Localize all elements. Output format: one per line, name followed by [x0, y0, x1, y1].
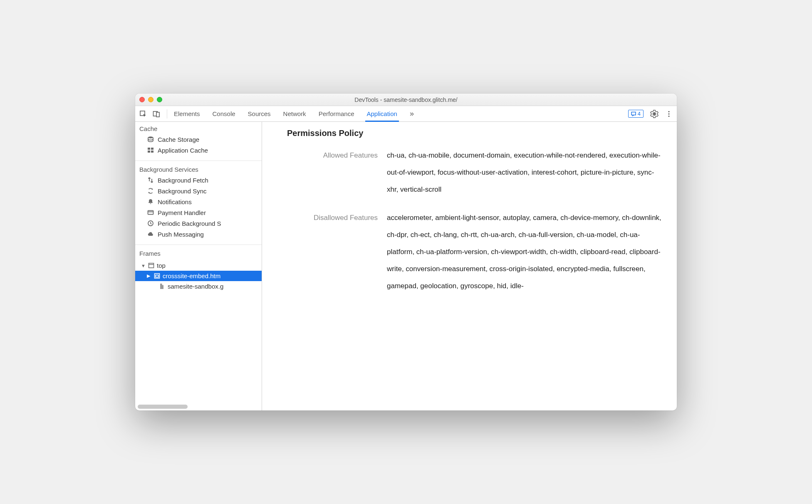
tab-console[interactable]: Console: [213, 106, 235, 121]
chevron-right-icon[interactable]: ▶: [147, 273, 151, 279]
issues-count: 4: [638, 111, 641, 117]
inspect-icon[interactable]: [139, 110, 147, 118]
application-sidebar[interactable]: Cache Cache Storage Application Cache B: [135, 122, 262, 410]
kv-disallowed-features: Disallowed Features accelerometer, ambie…: [287, 210, 664, 294]
svg-point-4: [654, 113, 656, 115]
tab-sources[interactable]: Sources: [248, 106, 271, 121]
svg-rect-10: [151, 148, 153, 150]
tab-overflow[interactable]: »: [410, 106, 414, 121]
tree-item-label: top: [157, 262, 166, 269]
sidebar-item-label: Cache Storage: [158, 136, 199, 143]
frames-tree: ▼ top ▶ crosssite-embed.htm: [135, 259, 262, 296]
more-icon[interactable]: [665, 110, 673, 118]
database-icon: [147, 136, 154, 143]
tree-item-label: crosssite-embed.htm: [163, 272, 220, 279]
device-toggle-icon[interactable]: [153, 110, 160, 118]
svg-rect-13: [148, 211, 153, 215]
sidebar-item-payment-handler[interactable]: Payment Handler: [135, 207, 262, 218]
kv-key: Disallowed Features: [287, 210, 387, 294]
transfer-icon: [147, 176, 154, 184]
tree-item-label: samesite-sandbox.g: [168, 283, 223, 290]
kv-value: accelerometer, ambient-light-sensor, aut…: [387, 210, 664, 294]
tree-item-top[interactable]: ▼ top: [135, 260, 262, 271]
kv-value: ch-ua, ch-ua-mobile, document-domain, ex…: [387, 147, 664, 198]
svg-point-8: [148, 136, 153, 138]
divider: [135, 161, 262, 161]
svg-point-7: [668, 115, 669, 116]
message-icon: [631, 111, 636, 116]
svg-point-6: [668, 113, 669, 114]
sidebar-item-label: Background Fetch: [158, 177, 208, 184]
grid-icon: [147, 146, 154, 154]
devtools-toolbar: Elements Console Sources Network Perform…: [135, 106, 677, 122]
sidebar-header-background: Background Services: [135, 163, 262, 175]
clock-icon: [147, 220, 154, 227]
svg-rect-11: [148, 151, 150, 153]
settings-icon[interactable]: [650, 110, 659, 118]
kv-key: Allowed Features: [287, 147, 387, 198]
svg-rect-16: [149, 263, 153, 268]
tree-item-crosssite-embed[interactable]: ▶ crosssite-embed.htm: [135, 271, 262, 281]
cloud-icon: [147, 230, 154, 238]
svg-rect-12: [151, 151, 153, 153]
kv-allowed-features: Allowed Features ch-ua, ch-ua-mobile, do…: [287, 147, 664, 198]
sidebar-item-label: Periodic Background S: [158, 220, 221, 227]
minimize-window-button[interactable]: [148, 97, 153, 102]
file-icon: [158, 283, 165, 290]
sidebar-item-application-cache[interactable]: Application Cache: [135, 145, 262, 156]
sidebar-item-notifications[interactable]: Notifications: [135, 196, 262, 207]
separator: [167, 109, 167, 119]
toolbar-right: 4: [628, 110, 673, 118]
sidebar-header-cache: Cache: [135, 122, 262, 134]
sidebar-item-background-fetch[interactable]: Background Fetch: [135, 175, 262, 185]
horizontal-scrollbar[interactable]: [138, 405, 188, 409]
svg-point-5: [668, 111, 669, 112]
tab-elements[interactable]: Elements: [174, 106, 200, 121]
svg-rect-3: [631, 112, 636, 115]
svg-rect-9: [148, 148, 150, 150]
close-window-button[interactable]: [139, 97, 145, 102]
sidebar-item-label: Notifications: [158, 198, 192, 205]
window-title: DevTools - samesite-sandbox.glitch.me/: [135, 96, 677, 103]
sidebar-item-label: Push Messaging: [158, 231, 204, 238]
card-icon: [147, 209, 154, 216]
sidebar-item-label: Background Sync: [158, 188, 207, 195]
issues-badge[interactable]: 4: [628, 110, 644, 118]
traffic-lights: [139, 97, 162, 102]
tab-application[interactable]: Application: [367, 106, 397, 121]
sidebar-item-periodic-sync[interactable]: Periodic Background S: [135, 218, 262, 229]
panel-tabs: Elements Console Sources Network Perform…: [174, 106, 622, 121]
sidebar-item-label: Application Cache: [158, 147, 208, 154]
devtools-window: DevTools - samesite-sandbox.glitch.me/ E…: [135, 94, 677, 410]
sidebar-header-frames: Frames: [135, 247, 262, 259]
sidebar-item-label: Payment Handler: [158, 209, 206, 216]
svg-rect-19: [156, 275, 158, 277]
chevron-down-icon[interactable]: ▼: [141, 263, 145, 268]
sidebar-item-background-sync[interactable]: Background Sync: [135, 185, 262, 196]
svg-rect-2: [156, 112, 159, 117]
panel-body: Cache Cache Storage Application Cache B: [135, 122, 677, 410]
iframe-icon: [153, 273, 160, 279]
zoom-window-button[interactable]: [157, 97, 162, 102]
window-icon: [148, 262, 154, 269]
tab-performance[interactable]: Performance: [319, 106, 354, 121]
section-title: Permissions Policy: [287, 128, 664, 138]
sidebar-item-cache-storage[interactable]: Cache Storage: [135, 134, 262, 145]
sidebar-item-push-messaging[interactable]: Push Messaging: [135, 229, 262, 240]
tree-item-samesite-sandbox[interactable]: samesite-sandbox.g: [135, 281, 262, 292]
divider: [135, 245, 262, 245]
titlebar: DevTools - samesite-sandbox.glitch.me/: [135, 94, 677, 106]
tab-network[interactable]: Network: [283, 106, 306, 121]
bell-icon: [147, 198, 154, 205]
frame-details-panel[interactable]: Permissions Policy Allowed Features ch-u…: [262, 122, 677, 410]
sync-icon: [147, 187, 154, 195]
